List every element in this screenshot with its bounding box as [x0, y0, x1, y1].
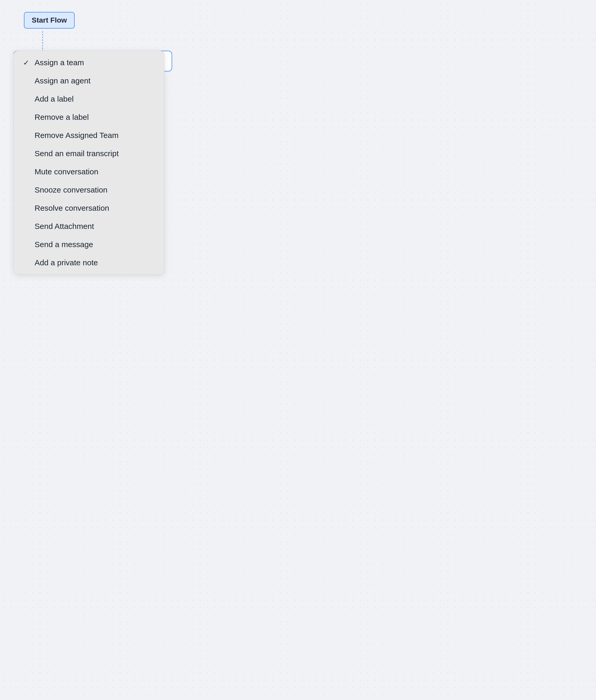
dropdown-item-assign-team[interactable]: ✓Assign a team	[14, 54, 164, 72]
action-dropdown: ✓Assign a teamAssign an agentAdd a label…	[14, 51, 164, 275]
item-label-send-message: Send a message	[34, 240, 93, 249]
item-label-snooze-conversation: Snooze conversation	[34, 185, 107, 195]
dropdown-item-remove-label[interactable]: Remove a label	[14, 108, 164, 126]
item-label-assign-team: Assign a team	[34, 58, 84, 67]
dropdown-item-mute-conversation[interactable]: Mute conversation	[14, 163, 164, 181]
checkmark-icon: ✓	[23, 58, 30, 67]
dropdown-item-send-email-transcript[interactable]: Send an email transcript	[14, 145, 164, 163]
item-label-add-private-note: Add a private note	[34, 258, 98, 267]
dropdown-item-send-message[interactable]: Send a message	[14, 235, 164, 254]
item-label-send-attachment: Send Attachment	[34, 222, 94, 231]
dropdown-item-send-attachment[interactable]: Send Attachment	[14, 217, 164, 235]
start-flow-node[interactable]: Start Flow	[24, 12, 75, 29]
item-label-mute-conversation: Mute conversation	[34, 167, 98, 176]
dropdown-item-assign-agent[interactable]: Assign an agent	[14, 72, 164, 90]
item-label-assign-agent: Assign an agent	[34, 76, 91, 85]
item-label-remove-assigned-team: Remove Assigned Team	[34, 131, 119, 140]
dropdown-item-add-label[interactable]: Add a label	[14, 90, 164, 108]
dropdown-item-snooze-conversation[interactable]: Snooze conversation	[14, 181, 164, 199]
dropdown-item-resolve-conversation[interactable]: Resolve conversation	[14, 199, 164, 217]
item-label-add-label: Add a label	[34, 95, 74, 103]
item-label-send-email-transcript: Send an email transcript	[34, 149, 119, 158]
item-label-resolve-conversation: Resolve conversation	[34, 204, 109, 212]
item-label-remove-label: Remove a label	[34, 113, 89, 122]
dropdown-item-remove-assigned-team[interactable]: Remove Assigned Team	[14, 126, 164, 145]
dropdown-item-add-private-note[interactable]: Add a private note	[14, 254, 164, 272]
